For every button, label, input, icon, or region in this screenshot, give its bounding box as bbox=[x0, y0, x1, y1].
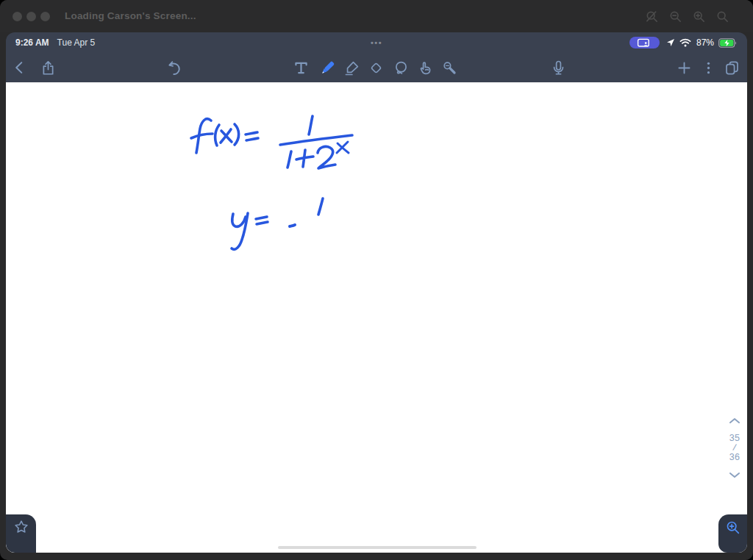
share-icon bbox=[40, 60, 57, 76]
page-thumbnails-button[interactable] bbox=[720, 56, 743, 79]
status-left: 9:26 AM Tue Apr 5 bbox=[15, 32, 95, 53]
pen-tool-button[interactable] bbox=[315, 56, 339, 79]
highlighter-icon bbox=[343, 60, 360, 76]
laser-pointer-tool-button[interactable] bbox=[438, 56, 461, 79]
eraser-icon bbox=[368, 60, 385, 76]
battery-percent: 87% bbox=[696, 37, 714, 48]
fullscreen-window-button[interactable] bbox=[40, 12, 50, 21]
eraser-tool-button[interactable] bbox=[364, 56, 388, 79]
microphone-icon bbox=[550, 60, 567, 76]
kebab-menu-icon bbox=[700, 60, 717, 76]
zoom-in-icon[interactable] bbox=[692, 10, 706, 24]
zoom-disabled-icon[interactable] bbox=[645, 10, 659, 24]
gesture-tool-button[interactable] bbox=[413, 56, 437, 79]
text-tool-button[interactable] bbox=[289, 56, 313, 79]
pages-icon bbox=[724, 60, 740, 76]
minimize-window-button[interactable] bbox=[26, 12, 36, 21]
window-title: Loading Carson's Screen... bbox=[65, 0, 196, 32]
magnifier-panel[interactable] bbox=[718, 514, 747, 553]
chevron-left-icon bbox=[12, 60, 28, 76]
titlebar-zoom-controls bbox=[645, 0, 729, 32]
note-canvas[interactable]: 35 / 36 bbox=[6, 82, 747, 553]
multitask-handle-icon[interactable]: ••• bbox=[371, 33, 382, 52]
ipad-status-bar: 9:26 AM Tue Apr 5 ••• bbox=[6, 32, 747, 53]
wifi-icon bbox=[679, 38, 691, 47]
zoom-actual-size-icon[interactable] bbox=[715, 10, 729, 24]
screen-sharing-indicator[interactable] bbox=[629, 37, 660, 49]
microphone-button[interactable] bbox=[546, 56, 570, 79]
ipad-screen: 9:26 AM Tue Apr 5 ••• bbox=[6, 32, 747, 553]
status-right: 87% bbox=[629, 32, 738, 53]
pen-icon bbox=[318, 59, 337, 77]
undo-icon bbox=[166, 60, 183, 76]
lasso-icon bbox=[393, 60, 410, 76]
more-options-button[interactable] bbox=[696, 56, 720, 79]
highlighter-tool-button[interactable] bbox=[340, 56, 363, 79]
window-titlebar: Loading Carson's Screen... bbox=[0, 0, 753, 32]
handwriting-equation-2 bbox=[232, 198, 323, 249]
macos-window: Loading Carson's Screen... bbox=[0, 0, 753, 560]
status-time: 9:26 AM bbox=[15, 37, 49, 48]
page-navigator: 35 / 36 bbox=[724, 417, 745, 478]
total-page-number: 36 bbox=[729, 453, 740, 462]
screen-mirroring-icon bbox=[637, 38, 652, 48]
handwriting-equation-1 bbox=[191, 116, 352, 168]
previous-page-button[interactable] bbox=[729, 417, 740, 424]
share-button[interactable] bbox=[36, 56, 60, 79]
battery-charging-icon bbox=[718, 38, 738, 48]
favorite-panel[interactable] bbox=[6, 514, 36, 553]
text-tool-icon bbox=[293, 60, 310, 76]
magnifier-plus-icon bbox=[725, 520, 741, 536]
undo-button[interactable] bbox=[163, 56, 186, 79]
back-button[interactable] bbox=[8, 56, 32, 79]
pointing-hand-icon bbox=[417, 60, 434, 76]
status-date: Tue Apr 5 bbox=[57, 37, 96, 48]
laser-pointer-icon bbox=[441, 60, 458, 76]
lasso-tool-button[interactable] bbox=[389, 56, 413, 79]
note-toolbar bbox=[6, 53, 747, 82]
horizontal-scrollbar[interactable] bbox=[278, 546, 477, 549]
add-page-button[interactable] bbox=[672, 56, 696, 79]
zoom-out-icon[interactable] bbox=[668, 10, 682, 24]
next-page-button[interactable] bbox=[729, 472, 740, 478]
star-icon bbox=[13, 519, 29, 535]
plus-icon bbox=[676, 60, 693, 76]
location-arrow-icon bbox=[666, 38, 675, 47]
handwritten-ink bbox=[6, 82, 747, 553]
close-window-button[interactable] bbox=[13, 12, 22, 21]
